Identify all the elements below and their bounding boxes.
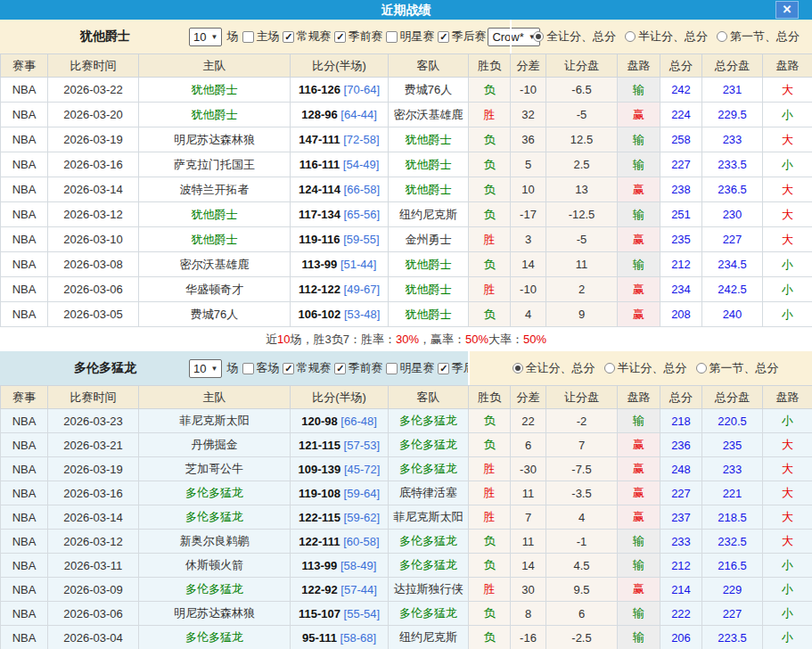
radio-label: 第一节、总分 <box>709 360 779 376</box>
checkbox-季前赛[interactable]: ✓ <box>334 363 346 374</box>
result-cell: 胜 <box>469 227 511 252</box>
total-result-cell: 大 <box>763 433 812 457</box>
diff-cell: -10 <box>511 78 546 103</box>
filter-bar: 犹他爵士 10 ▼ 场 主场✓常规赛✓季前赛明星赛✓季后赛 Crow* ▼ 全让… <box>0 20 812 53</box>
radio-全让分、总分[interactable] <box>513 363 523 374</box>
total-line-cell: 221 <box>702 481 763 505</box>
checkbox-季后赛[interactable]: ✓ <box>438 31 449 43</box>
radio-第一节、总分[interactable] <box>696 363 707 374</box>
date-cell: 2026-03-14 <box>48 177 139 202</box>
away-team-cell: 费城76人 <box>389 78 469 103</box>
games-label: 场 <box>226 360 238 376</box>
radio-第一节、总分[interactable] <box>717 31 727 42</box>
handicap-result-cell: 赢 <box>618 177 660 202</box>
section-utah-jazz: 犹他爵士 10 ▼ 场 主场✓常规赛✓季前赛明星赛✓季后赛 Crow* ▼ 全让… <box>0 20 812 351</box>
total-line-cell: 232.5 <box>702 530 763 554</box>
summary-row: 近 10 场，胜3负7：胜率：30%，赢率：50% 大率：50% <box>0 327 812 351</box>
checkbox-label: 主场 <box>256 29 279 45</box>
total-cell: 218 <box>660 409 702 433</box>
score-cell: 121-115 [57-53] <box>291 433 389 457</box>
away-team-cell: 多伦多猛龙 <box>389 554 469 578</box>
home-team-cell: 休斯顿火箭 <box>139 554 291 578</box>
radio-半让分、总分[interactable] <box>625 31 636 42</box>
date-cell: 2026-03-05 <box>48 302 139 327</box>
checkbox-客场[interactable] <box>242 363 254 374</box>
away-team-cell: 菲尼克斯太阳 <box>389 505 469 530</box>
home-team-cell: 犹他爵士 <box>139 103 291 127</box>
half-score: [55-54] <box>344 607 380 620</box>
date-cell: 2026-03-21 <box>48 433 139 457</box>
chevron-down-icon: ▼ <box>210 365 217 373</box>
checkbox-主场[interactable] <box>242 31 254 43</box>
total-cell: 248 <box>660 457 702 481</box>
summary-text: ，赢率： <box>419 332 465 348</box>
radio-label: 半让分、总分 <box>638 29 708 45</box>
checkbox-季前赛[interactable]: ✓ <box>334 31 346 43</box>
games-count-select[interactable]: 10 ▼ <box>189 28 222 46</box>
match-row: NBA2026-03-12新奥尔良鹈鹕122-111 [60-58]多伦多猛龙负… <box>1 530 812 554</box>
checkbox-明星赛[interactable] <box>386 363 398 374</box>
column-header: 客队 <box>389 386 469 409</box>
team-name: 犹他爵士 <box>43 29 168 45</box>
handicap-result-cell: 输 <box>618 409 660 433</box>
handicap-result-cell: 赢 <box>618 277 660 302</box>
date-cell: 2026-03-19 <box>48 457 139 481</box>
diff-cell: 36 <box>511 127 546 152</box>
handicap-result-cell: 输 <box>618 252 660 277</box>
away-team-cell: 底特律活塞 <box>389 481 469 505</box>
diff-cell: -10 <box>511 277 546 302</box>
match-row: NBA2026-03-20犹他爵士128-96 [64-44]密尔沃基雄鹿胜32… <box>1 103 812 127</box>
summary-text: 场，胜3负7：胜率： <box>290 332 395 348</box>
handicap-result-cell: 赢 <box>618 103 660 127</box>
league-cell: NBA <box>1 227 48 252</box>
away-team-cell: 多伦多猛龙 <box>389 602 469 626</box>
radio-group: 全让分、总分半让分、总分第一节、总分 <box>468 351 812 385</box>
diff-cell: -30 <box>511 457 546 481</box>
checkbox-明星赛[interactable] <box>386 31 398 43</box>
away-team-cell: 多伦多猛龙 <box>389 457 469 481</box>
diff-cell: 32 <box>511 103 546 127</box>
result-cell: 负 <box>469 177 511 202</box>
result-cell: 胜 <box>469 505 511 530</box>
chevron-down-icon: ▼ <box>210 33 217 41</box>
home-team-cell: 波特兰开拓者 <box>139 177 291 202</box>
handicap-result-cell: 输 <box>618 78 660 103</box>
result-cell: 负 <box>469 554 511 578</box>
home-team-cell: 多伦多猛龙 <box>139 505 291 530</box>
total-line-cell: 216.5 <box>702 554 763 578</box>
handicap-cell: 4.5 <box>546 554 618 578</box>
radio-label: 第一节、总分 <box>730 29 800 45</box>
games-count-select[interactable]: 10 ▼ <box>189 359 222 378</box>
column-header: 总分 <box>660 54 702 78</box>
away-team-cell: 纽约尼克斯 <box>389 626 469 649</box>
checkbox-常规赛[interactable]: ✓ <box>283 31 294 43</box>
total-result-cell: 小 <box>763 277 812 302</box>
date-cell: 2026-03-16 <box>48 481 139 505</box>
results-table: 赛事比赛时间主队比分(半场)客队胜负分差让分盘盘路总分总分盘盘路 NBA2026… <box>0 53 812 327</box>
total-cell: 258 <box>660 127 702 152</box>
handicap-cell: 11 <box>546 252 618 277</box>
checkbox-常规赛[interactable]: ✓ <box>283 363 294 374</box>
games-label: 场 <box>226 29 238 45</box>
score-cell: 116-126 [70-64] <box>291 78 389 103</box>
column-header: 主队 <box>139 386 291 409</box>
half-score: [58-49] <box>340 559 376 572</box>
half-score: [49-67] <box>344 283 380 296</box>
checkbox-季后赛[interactable]: ✓ <box>438 363 449 374</box>
score-cell: 113-99 [51-44] <box>291 252 389 277</box>
checkbox-label: 明星赛 <box>399 360 434 376</box>
close-button[interactable]: ✕ <box>775 1 799 19</box>
radio-半让分、总分[interactable] <box>604 363 615 374</box>
radio-全让分、总分[interactable] <box>533 31 544 42</box>
total-line-cell: 242.5 <box>702 277 763 302</box>
checkbox-label: 常规赛 <box>296 29 331 45</box>
date-cell: 2026-03-06 <box>48 602 139 626</box>
team-name: 多伦多猛龙 <box>43 360 168 376</box>
score-cell: 122-92 [57-44] <box>291 578 389 602</box>
half-score: [59-55] <box>343 233 379 246</box>
column-header: 总分盘 <box>702 386 763 409</box>
date-cell: 2026-03-23 <box>48 409 139 433</box>
result-cell: 负 <box>469 302 511 327</box>
total-result-cell: 大 <box>763 177 812 202</box>
total-line-cell: 229 <box>702 578 763 602</box>
